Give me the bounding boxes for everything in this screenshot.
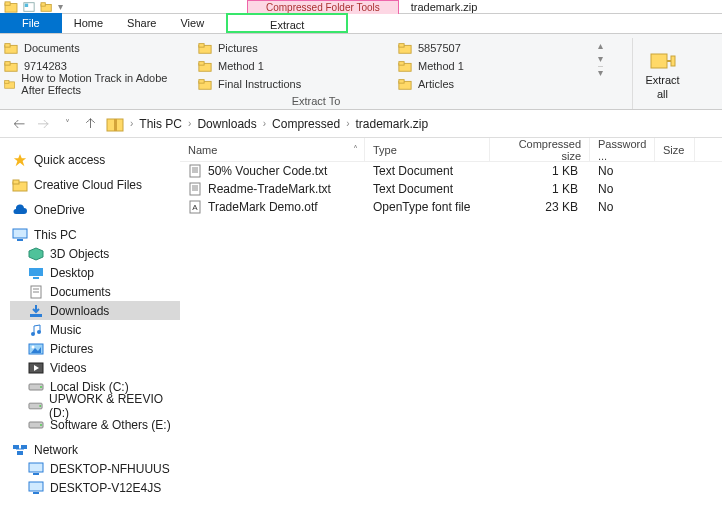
window-title: trademark.zip bbox=[411, 1, 478, 13]
tab-file[interactable]: File bbox=[0, 13, 62, 33]
nav-videos[interactable]: Videos bbox=[10, 358, 180, 377]
group-label: Extract To bbox=[0, 95, 632, 109]
qat-dropdown-icon[interactable]: ▾ bbox=[58, 1, 63, 13]
extract-destination[interactable]: Pictures bbox=[198, 40, 390, 56]
svg-rect-36 bbox=[33, 277, 39, 279]
file-name: Readme-TradeMark.txt bbox=[208, 182, 331, 196]
properties-icon[interactable] bbox=[22, 1, 36, 13]
destination-label: Method 1 bbox=[218, 60, 264, 72]
file-name: 50% Voucher Code.txt bbox=[208, 164, 327, 178]
extract-all-label-1: Extract bbox=[645, 74, 679, 86]
destination-label: Method 1 bbox=[418, 60, 464, 72]
nav-documents[interactable]: Documents bbox=[10, 282, 180, 301]
file-row[interactable]: 50% Voucher Code.txtText Document1 KBNo bbox=[180, 162, 722, 180]
column-size[interactable]: Size bbox=[655, 138, 695, 161]
svg-marker-29 bbox=[14, 153, 26, 165]
folder-icon bbox=[198, 59, 212, 73]
recent-dropdown-icon[interactable]: ˅ bbox=[58, 115, 76, 133]
svg-rect-25 bbox=[671, 56, 675, 66]
destination-label: 9714283 bbox=[24, 60, 67, 72]
forward-button[interactable]: 🡢 bbox=[34, 115, 52, 133]
nav-onedrive[interactable]: OneDrive bbox=[10, 200, 180, 219]
svg-rect-24 bbox=[651, 54, 667, 68]
cube-icon bbox=[28, 247, 44, 261]
extract-destination[interactable]: 5857507 bbox=[398, 40, 584, 56]
nav-3d-objects[interactable]: 3D Objects bbox=[10, 244, 180, 263]
tab-extract[interactable]: Extract bbox=[226, 13, 348, 33]
extract-destination[interactable]: How to Motion Track in Adobe After Effec… bbox=[4, 76, 190, 92]
svg-rect-57 bbox=[17, 451, 23, 455]
gallery-more-icon[interactable]: ▾ bbox=[598, 66, 603, 78]
extract-destination[interactable]: Method 1 bbox=[398, 58, 584, 74]
network-icon bbox=[12, 443, 28, 457]
svg-rect-23 bbox=[399, 80, 404, 84]
file-row[interactable]: Readme-TradeMark.txtText Document1 KBNo bbox=[180, 180, 722, 198]
file-compressed-size: 23 KB bbox=[490, 200, 590, 214]
breadcrumb-segment[interactable]: Downloads bbox=[197, 117, 256, 131]
extract-destination[interactable]: Documents bbox=[4, 40, 190, 56]
breadcrumb: This PC›Downloads›Compressed›trademark.z… bbox=[139, 117, 428, 131]
gallery-up-icon[interactable]: ▴ bbox=[598, 40, 603, 51]
new-folder-icon[interactable] bbox=[40, 1, 54, 13]
contextual-tab-label: Compressed Folder Tools bbox=[247, 0, 399, 14]
address-chevron-icon[interactable]: › bbox=[130, 118, 133, 129]
nav-creative-cloud[interactable]: Creative Cloud Files bbox=[10, 175, 180, 194]
svg-rect-61 bbox=[33, 492, 39, 494]
column-type[interactable]: Type bbox=[365, 138, 490, 161]
breadcrumb-segment[interactable]: trademark.zip bbox=[355, 117, 428, 131]
svg-marker-34 bbox=[29, 248, 43, 260]
gallery-down-icon[interactable]: ▾ bbox=[598, 53, 603, 64]
destination-label: How to Motion Track in Adobe After Effec… bbox=[21, 72, 190, 96]
breadcrumb-segment[interactable]: Compressed bbox=[272, 117, 340, 131]
nav-this-pc[interactable]: This PC bbox=[10, 225, 180, 244]
column-compressed-size[interactable]: Compressed size bbox=[490, 138, 590, 161]
column-name[interactable]: Name˄ bbox=[180, 138, 365, 161]
drive-icon bbox=[28, 399, 43, 413]
extract-destination[interactable]: Articles bbox=[398, 76, 584, 92]
file-row[interactable]: ATradeMark Demo.otfOpenType font file23 … bbox=[180, 198, 722, 216]
svg-rect-5 bbox=[41, 2, 45, 5]
nav-network-pc-2[interactable]: DESKTOP-V12E4JS bbox=[10, 478, 180, 497]
extract-all-button[interactable]: Extract all bbox=[632, 38, 692, 109]
svg-point-49 bbox=[40, 386, 42, 388]
file-list: Name˄ Type Compressed size Password ... … bbox=[180, 138, 722, 520]
svg-text:A: A bbox=[192, 203, 198, 212]
nav-desktop[interactable]: Desktop bbox=[10, 263, 180, 282]
extract-destination[interactable]: Final Instructions bbox=[198, 76, 390, 92]
nav-downloads[interactable]: Downloads bbox=[10, 301, 180, 320]
file-compressed-size: 1 KB bbox=[490, 182, 590, 196]
downloads-icon bbox=[28, 304, 44, 318]
tab-share[interactable]: Share bbox=[115, 13, 168, 33]
tab-home[interactable]: Home bbox=[62, 13, 115, 33]
address-bar: 🡠 🡢 ˅ 🡡 › This PC›Downloads›Compressed›t… bbox=[0, 110, 722, 138]
music-icon bbox=[28, 323, 44, 337]
folder-icon bbox=[398, 59, 412, 73]
nav-network[interactable]: Network bbox=[10, 440, 180, 459]
svg-point-53 bbox=[40, 424, 42, 426]
gallery-scroll: ▴ ▾ ▾ bbox=[588, 38, 612, 95]
nav-network-pc-1[interactable]: DESKTOP-NFHUUUS bbox=[10, 459, 180, 478]
up-button[interactable]: 🡡 bbox=[82, 115, 100, 133]
quick-access-toolbar: ▾ bbox=[0, 1, 63, 13]
folder-icon bbox=[198, 41, 212, 55]
column-password[interactable]: Password ... bbox=[590, 138, 655, 161]
breadcrumb-segment[interactable]: This PC bbox=[139, 117, 182, 131]
svg-rect-58 bbox=[29, 463, 43, 472]
zip-icon bbox=[106, 116, 124, 132]
monitor-icon bbox=[12, 228, 28, 242]
extract-to-group: Documents9714283How to Motion Track in A… bbox=[0, 38, 632, 109]
nav-pictures[interactable]: Pictures bbox=[10, 339, 180, 358]
file-password: No bbox=[590, 164, 655, 178]
back-button[interactable]: 🡠 bbox=[10, 115, 28, 133]
svg-rect-66 bbox=[190, 183, 200, 195]
svg-rect-59 bbox=[33, 473, 39, 475]
nav-music[interactable]: Music bbox=[10, 320, 180, 339]
nav-quick-access[interactable]: Quick access bbox=[10, 150, 180, 169]
svg-rect-40 bbox=[30, 314, 42, 317]
tab-view[interactable]: View bbox=[168, 13, 216, 33]
folder-icon bbox=[12, 178, 28, 192]
videos-icon bbox=[28, 361, 44, 375]
nav-drive-d[interactable]: UPWORK & REEVIO (D:) bbox=[10, 396, 180, 415]
extract-destination[interactable]: Method 1 bbox=[198, 58, 390, 74]
nav-drive-e[interactable]: Software & Others (E:) bbox=[10, 415, 180, 434]
